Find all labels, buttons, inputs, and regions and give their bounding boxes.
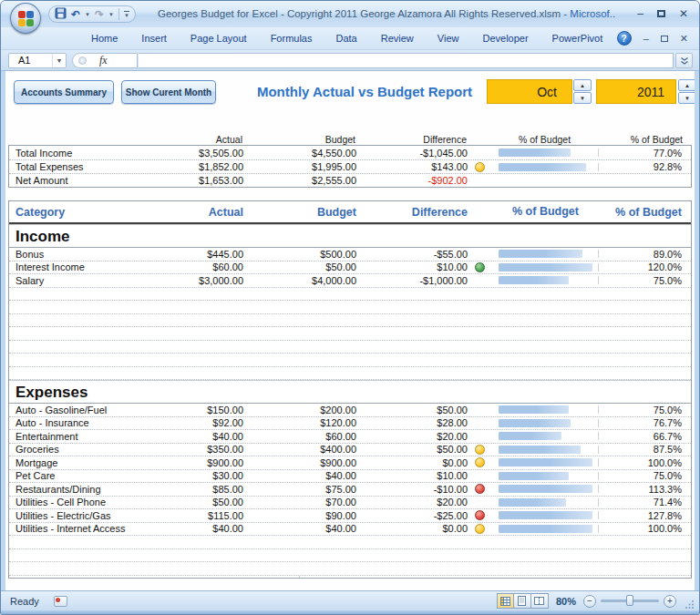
year-up-icon[interactable]: ▲: [678, 79, 695, 91]
zoom-slider[interactable]: [601, 600, 659, 602]
formula-input[interactable]: [139, 53, 674, 68]
row-difference: $0.00: [356, 523, 468, 534]
help-icon[interactable]: ?: [617, 31, 632, 46]
row-indicator: [468, 510, 492, 520]
tab-home[interactable]: Home: [79, 27, 129, 50]
name-box-splitter-icon[interactable]: [78, 56, 87, 65]
month-up-icon[interactable]: ▲: [573, 79, 592, 91]
row-pct: 71.4%: [599, 497, 691, 507]
tab-view[interactable]: View: [426, 27, 471, 50]
data-bar: [499, 511, 592, 519]
category-header-pct: % of Budget: [599, 206, 691, 219]
row-indicator: [468, 162, 492, 172]
green-circle-icon: [475, 262, 485, 272]
month-down-icon[interactable]: ▼: [573, 92, 592, 104]
row-pct-bar: [492, 149, 599, 157]
status-ready-label: Ready: [10, 596, 39, 607]
zoom-level-label[interactable]: 80%: [556, 596, 576, 607]
category-header-budget: Budget: [243, 206, 356, 219]
table-row-empty: [9, 549, 691, 563]
accounts-summary-button[interactable]: Accounts Summary: [14, 80, 114, 104]
status-bar: Ready 80% − +: [1, 590, 699, 610]
row-actual: $85.00: [193, 484, 243, 495]
row-difference: $20.00: [356, 431, 468, 442]
redo-dropdown-icon[interactable]: ▼: [108, 12, 114, 17]
close-button[interactable]: ✕: [679, 8, 688, 19]
name-box[interactable]: A1 ▼: [8, 53, 67, 68]
row-pct: 75.0%: [599, 470, 691, 481]
excel-window: ↶▼ ↷▼ ▼ Georges Budget for Excel - Copyr…: [0, 0, 700, 615]
row-pct-bar: [492, 432, 599, 440]
row-difference: $28.00: [356, 417, 468, 428]
row-difference: $20.00: [356, 497, 468, 507]
minimize-button[interactable]: –: [637, 8, 643, 19]
undo-dropdown-icon[interactable]: ▼: [85, 12, 90, 17]
table-row-empty: [9, 367, 691, 381]
month-spinner: ▲ ▼: [573, 79, 592, 104]
row-pct: 92.8%: [599, 161, 691, 172]
row-pct-bar: [492, 446, 599, 454]
row-pct-bar: [492, 276, 599, 284]
row-actual: $1,653.00: [193, 175, 243, 186]
tab-review[interactable]: Review: [369, 27, 426, 50]
normal-view-button[interactable]: [497, 593, 514, 609]
row-actual: $3,505.00: [193, 148, 243, 159]
tab-formulas[interactable]: Formulas: [259, 27, 324, 50]
yellow-circle-icon: [475, 445, 485, 455]
workbook-close-button[interactable]: ✕: [680, 34, 688, 44]
tab-page-layout[interactable]: Page Layout: [179, 27, 259, 50]
row-pct-bar: [492, 163, 599, 171]
row-pct-bar: [492, 525, 599, 533]
save-icon[interactable]: [55, 6, 67, 23]
yellow-circle-icon: [475, 162, 485, 172]
year-spinner: ▲ ▼: [678, 79, 695, 104]
name-box-dropdown-icon[interactable]: ▼: [52, 54, 66, 67]
row-difference: $143.00: [356, 161, 468, 172]
qat-customize-icon[interactable]: ▼: [124, 11, 129, 18]
office-button[interactable]: [10, 3, 41, 34]
row-actual: $150.00: [193, 405, 243, 415]
red-circle-icon: [475, 484, 485, 494]
table-row: Utilities - Cell Phone$50.00$70.00$20.00…: [9, 497, 691, 510]
summary-header-pct-bar: % of Budget: [491, 134, 598, 145]
show-current-month-button[interactable]: Show Curent Month: [121, 80, 216, 104]
table-row-empty: [9, 288, 691, 302]
office-logo-icon: [18, 11, 34, 26]
row-actual: $60.00: [193, 261, 243, 272]
workbook-restore-button[interactable]: [661, 36, 668, 42]
tab-powerpivot[interactable]: PowerPivot: [540, 27, 615, 50]
row-pct-bar: [492, 250, 599, 258]
row-budget: $40.00: [243, 523, 356, 534]
zoom-in-button[interactable]: +: [664, 595, 676, 608]
data-bar: [499, 446, 581, 454]
page-break-view-button[interactable]: [531, 593, 549, 609]
table-row-empty: [9, 354, 691, 367]
macro-record-icon[interactable]: [54, 596, 67, 607]
double-chevron-down-icon: [680, 56, 689, 66]
zoom-slider-thumb[interactable]: [626, 595, 633, 606]
tab-data[interactable]: Data: [324, 27, 368, 50]
tab-insert[interactable]: Insert: [129, 27, 179, 50]
table-row: Total Income$3,505.00$4,550.00-$1,045.00…: [9, 146, 691, 159]
row-budget: $50.00: [243, 261, 356, 272]
maximize-button[interactable]: [657, 10, 665, 17]
year-down-icon[interactable]: ▼: [678, 92, 695, 104]
data-bar: [499, 405, 569, 414]
table-row-empty: [9, 314, 691, 328]
insert-function-icon[interactable]: fx: [99, 54, 108, 67]
page-layout-view-button[interactable]: [514, 593, 531, 609]
table-row: Auto - Gasoline/Fuel$150.00$200.00$50.00…: [9, 404, 691, 417]
tab-developer[interactable]: Developer: [470, 27, 540, 50]
undo-icon[interactable]: ↶: [71, 9, 80, 20]
redo-icon[interactable]: ↷: [95, 9, 104, 20]
row-pct: 120.0%: [599, 261, 691, 272]
category-header-actual: Actual: [193, 206, 243, 219]
row-pct: 77.0%: [599, 148, 691, 159]
row-difference: $10.00: [356, 470, 468, 481]
row-budget: $75.00: [243, 484, 356, 495]
row-budget: $1,995.00: [243, 161, 356, 172]
resize-grip[interactable]: [685, 600, 695, 610]
zoom-out-button[interactable]: −: [583, 595, 596, 608]
workbook-minimize-button[interactable]: –: [643, 34, 649, 44]
expand-formula-bar-button[interactable]: [675, 53, 693, 68]
